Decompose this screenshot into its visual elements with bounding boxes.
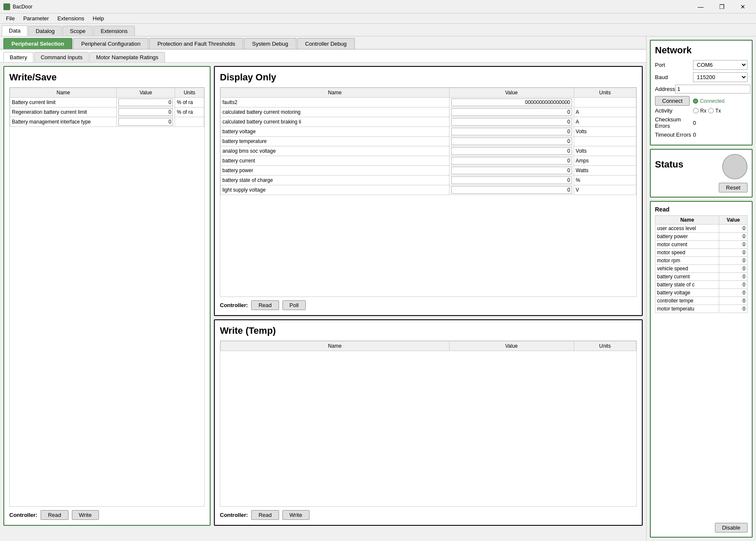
do-value-input[interactable] (451, 176, 572, 184)
innertab-command-inputs[interactable]: Command Inputs (34, 52, 89, 62)
rx-radio[interactable] (693, 108, 698, 113)
port-select[interactable]: COM6 (693, 60, 748, 70)
do-value-input[interactable] (451, 186, 572, 194)
do-value-cell[interactable] (449, 185, 574, 195)
tx-radio[interactable] (708, 108, 714, 113)
write-temp-read-button[interactable]: Read (251, 510, 279, 520)
list-item: vehicle speed 0 (655, 265, 748, 273)
close-button[interactable]: ✕ (733, 0, 753, 14)
disable-button[interactable]: Disable (715, 523, 748, 533)
read-value-cell: 0 (719, 305, 748, 313)
main-tabbar: Data Datalog Scope Extensions (0, 24, 756, 36)
read-name-cell: battery voltage (655, 289, 719, 297)
read-name-cell: controller tempe (655, 297, 719, 305)
connected-dot (693, 99, 698, 104)
reset-button[interactable]: Reset (719, 183, 748, 192)
ws-value-cell[interactable] (117, 98, 175, 107)
ws-name-cell: Regeneration battery current limit (10, 107, 117, 117)
right-panels: Display Only Name Value Units (214, 66, 643, 526)
ws-value-cell[interactable] (117, 117, 175, 127)
do-value-input[interactable] (451, 118, 572, 126)
status-box: Status Reset (650, 149, 753, 198)
do-units-cell: A (574, 107, 636, 117)
do-value-input[interactable] (451, 108, 572, 116)
tab-extensions[interactable]: Extensions (93, 26, 135, 36)
display-only-panel: Display Only Name Value Units (214, 66, 643, 316)
write-temp-write-button[interactable]: Write (282, 510, 310, 520)
do-value-cell[interactable] (449, 176, 574, 185)
maximize-button[interactable]: ❐ (712, 0, 731, 14)
read-table-scroll: Name Value user access level 0 battery p… (655, 215, 748, 521)
table-row: faults2 (221, 98, 636, 107)
status-title: Status (655, 159, 683, 170)
do-value-cell[interactable] (449, 166, 574, 176)
write-save-read-button[interactable]: Read (41, 510, 68, 520)
do-units-cell: A (574, 117, 636, 127)
innertab-battery[interactable]: Battery (3, 52, 33, 62)
subtab-system-debug[interactable]: System Debug (244, 38, 296, 49)
network-title: Network (655, 45, 748, 56)
menu-parameter[interactable]: Parameter (19, 14, 53, 22)
table-row: battery state of charge % (221, 176, 636, 185)
ws-value-input[interactable] (118, 99, 173, 106)
display-only-table: Name Value Units faults2 calculated batt… (220, 88, 636, 195)
do-value-cell[interactable] (449, 146, 574, 156)
do-value-input[interactable] (451, 157, 572, 165)
sub-tabbar: Peripheral Selection Peripheral Configur… (0, 36, 646, 49)
tab-datalog[interactable]: Datalog (28, 26, 62, 36)
table-row: Battery management interface type (10, 117, 204, 127)
ws-value-cell[interactable] (117, 107, 175, 117)
do-value-input[interactable] (451, 99, 572, 106)
read-col-value: Value (719, 216, 748, 225)
timeout-value: 0 (693, 132, 696, 138)
write-save-controller-row: Controller: Read Write (9, 510, 205, 520)
subtab-peripheral-selection[interactable]: Peripheral Selection (3, 38, 72, 49)
display-only-read-button[interactable]: Read (251, 300, 279, 310)
do-value-input[interactable] (451, 137, 572, 145)
connect-button[interactable]: Connect (655, 96, 690, 106)
write-save-write-button[interactable]: Write (72, 510, 99, 520)
read-table: Name Value user access level 0 battery p… (655, 215, 748, 313)
list-item: motor speed 0 (655, 249, 748, 257)
display-only-poll-button[interactable]: Poll (282, 300, 306, 310)
subtab-peripheral-configuration[interactable]: Peripheral Configuration (73, 38, 148, 49)
table-row: Regeneration battery current limit % of … (10, 107, 204, 117)
tab-data[interactable]: Data (2, 25, 27, 36)
checksum-row: Checksum Errors 0 (655, 116, 748, 129)
app-icon (3, 3, 10, 10)
do-value-input[interactable] (451, 128, 572, 135)
do-col-value: Value (449, 88, 574, 98)
do-value-cell[interactable] (449, 107, 574, 117)
do-units-cell: Volts (574, 127, 636, 137)
do-value-cell[interactable] (449, 98, 574, 107)
do-value-cell[interactable] (449, 117, 574, 127)
address-input[interactable] (675, 85, 751, 93)
innertab-motor-nameplate[interactable]: Motor Nameplate Ratings (90, 52, 164, 62)
write-temp-panel: Write (Temp) Name Value Units (214, 319, 643, 526)
table-row: calculated battery current braking li A (221, 117, 636, 127)
do-units-cell: Watts (574, 166, 636, 176)
list-item: battery state of c 0 (655, 281, 748, 289)
read-value-cell: 0 (719, 225, 748, 233)
read-name-cell: user access level (655, 225, 719, 233)
list-item: user access level 0 (655, 225, 748, 233)
do-value-input[interactable] (451, 147, 572, 155)
menu-help[interactable]: Help (88, 14, 108, 22)
do-value-input[interactable] (451, 167, 572, 174)
list-item: motor rpm 0 (655, 257, 748, 265)
list-item: motor temperatu 0 (655, 305, 748, 313)
menu-extensions[interactable]: Extensions (53, 14, 89, 22)
do-value-cell[interactable] (449, 127, 574, 137)
do-value-cell[interactable] (449, 156, 574, 166)
do-name-cell: battery current (221, 156, 449, 166)
subtab-protection-fault[interactable]: Protection and Fault Thresholds (149, 38, 243, 49)
minimize-button[interactable]: — (691, 0, 710, 14)
subtab-controller-debug[interactable]: Controller Debug (297, 38, 355, 49)
tab-scope[interactable]: Scope (63, 26, 93, 36)
do-value-cell[interactable] (449, 137, 574, 146)
baud-select[interactable]: 115200 (693, 72, 748, 82)
ws-value-input[interactable] (118, 108, 173, 116)
ws-value-input[interactable] (118, 118, 173, 126)
read-value-cell: 0 (719, 257, 748, 265)
menu-file[interactable]: File (2, 14, 19, 22)
